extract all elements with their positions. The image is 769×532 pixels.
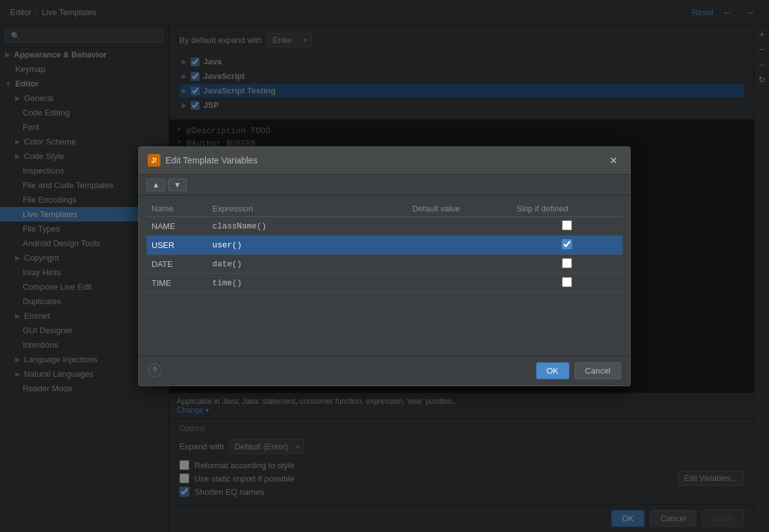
cell-default-1 — [407, 216, 511, 235]
cell-expression-4[interactable] — [207, 273, 407, 292]
table-row[interactable]: TIME — [146, 273, 623, 292]
modal-button-group: OK Cancel — [536, 362, 621, 379]
modal-close-button[interactable]: ✕ — [605, 153, 621, 168]
cell-expression-1[interactable] — [207, 216, 407, 235]
modal-table: Name Expression Default value Skip if de… — [146, 201, 623, 293]
modal-down-button[interactable]: ▼ — [168, 179, 187, 191]
modal-toolbar: ▲ ▼ — [139, 175, 630, 196]
cell-default-3 — [407, 254, 511, 273]
col-header-skip: Skip if defined — [511, 201, 623, 217]
modal-header: J! Edit Template Variables ✕ — [139, 147, 630, 175]
table-row[interactable]: NAME — [146, 216, 623, 235]
table-row-selected[interactable]: USER — [146, 235, 623, 254]
expression-input-2[interactable] — [212, 240, 402, 250]
modal-icon-label: J! — [152, 157, 157, 164]
cell-expression-2[interactable] — [207, 235, 407, 254]
modal-dialog: J! Edit Template Variables ✕ ▲ ▼ Name Ex… — [138, 146, 631, 386]
cell-skip-4 — [511, 273, 623, 292]
modal-help-button[interactable]: ? — [148, 364, 162, 377]
table-row[interactable]: DATE — [146, 254, 623, 273]
skip-checkbox-2[interactable] — [562, 239, 572, 249]
cell-name-3: DATE — [146, 254, 207, 273]
cell-expression-3[interactable] — [207, 254, 407, 273]
cell-name-2: USER — [146, 235, 207, 254]
cell-skip-1 — [511, 216, 623, 235]
cell-skip-3 — [511, 254, 623, 273]
cell-default-4 — [407, 273, 511, 292]
skip-checkbox-3[interactable] — [562, 258, 572, 268]
expression-input-1[interactable] — [212, 222, 402, 231]
cell-name-4: TIME — [146, 273, 207, 292]
modal-title-row: J! Edit Template Variables — [148, 154, 258, 167]
cell-skip-2 — [511, 235, 623, 254]
col-header-name: Name — [146, 201, 207, 217]
cell-name-1: NAME — [146, 216, 207, 235]
modal-cancel-button[interactable]: Cancel — [575, 362, 621, 379]
expression-input-4[interactable] — [212, 278, 402, 288]
cell-default-2 — [407, 235, 511, 254]
modal-icon: J! — [148, 154, 160, 167]
modal-up-button[interactable]: ▲ — [146, 179, 165, 191]
skip-checkbox-1[interactable] — [562, 220, 572, 230]
modal-overlay: J! Edit Template Variables ✕ ▲ ▼ Name Ex… — [0, 0, 769, 532]
expression-input-3[interactable] — [212, 259, 402, 269]
modal-title: Edit Template Variables — [165, 155, 258, 165]
modal-table-wrapper: Name Expression Default value Skip if de… — [139, 196, 630, 355]
modal-ok-button[interactable]: OK — [536, 362, 569, 379]
col-header-default: Default value — [407, 201, 511, 217]
modal-footer: ? OK Cancel — [139, 355, 630, 386]
skip-checkbox-4[interactable] — [562, 277, 572, 287]
col-header-expression: Expression — [207, 201, 407, 217]
